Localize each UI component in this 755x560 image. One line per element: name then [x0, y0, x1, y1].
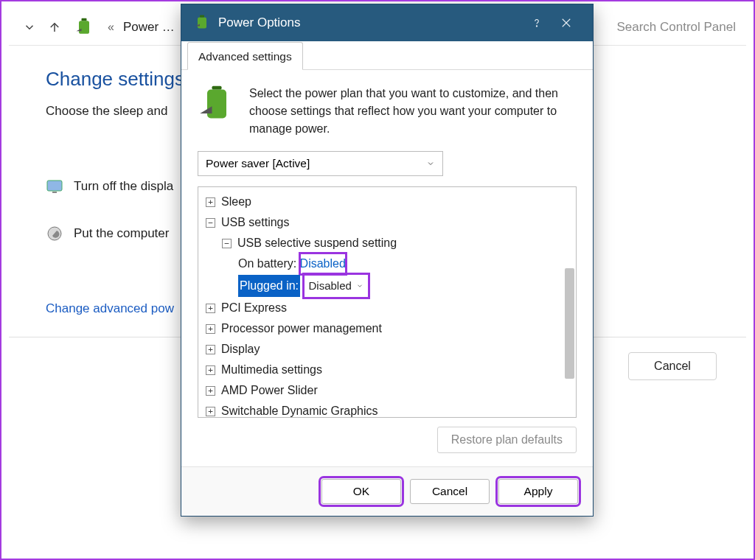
power-icon: [74, 17, 94, 38]
ok-button[interactable]: OK: [321, 479, 401, 504]
settings-tree[interactable]: +Sleep −USB settings −USB selective susp…: [198, 186, 577, 418]
tree-item-amd-power-slider[interactable]: +AMD Power Slider: [201, 380, 573, 401]
collapse-icon[interactable]: −: [206, 218, 215, 228]
svg-rect-1: [79, 21, 89, 34]
tree-scrollbar[interactable]: [565, 268, 574, 379]
cancel-button-background[interactable]: Cancel: [628, 352, 717, 380]
expand-icon[interactable]: +: [206, 304, 215, 313]
plugged-in-label: Plugged in:: [238, 275, 300, 297]
svg-rect-7: [200, 15, 204, 18]
tree-item-usb-selective-suspend[interactable]: −USB selective suspend setting: [201, 233, 573, 253]
row-label: Put the computer: [74, 226, 169, 241]
tree-item-pci-express[interactable]: +PCI Express: [201, 298, 573, 318]
sleep-icon: [46, 225, 63, 242]
chevron-down-icon: [426, 159, 435, 168]
plugged-in-combo[interactable]: Disabled: [304, 274, 369, 298]
plugged-in-value: Disabled: [309, 276, 352, 296]
breadcrumb-separator: «: [108, 21, 114, 34]
expand-icon[interactable]: +: [206, 345, 215, 354]
expand-icon[interactable]: +: [206, 324, 215, 334]
power-options-dialog: Power Options Advanced settings Select t…: [181, 4, 594, 517]
svg-rect-4: [52, 192, 57, 193]
search-input[interactable]: Search Control Panel: [616, 20, 736, 35]
svg-rect-12: [212, 86, 222, 90]
power-icon: [193, 14, 211, 32]
tree-item-usb-settings[interactable]: −USB settings: [201, 212, 573, 233]
power-plan-combo[interactable]: Power saver [Active]: [198, 151, 443, 176]
on-battery-value[interactable]: Disabled: [300, 257, 346, 270]
expand-icon[interactable]: +: [206, 365, 215, 375]
tree-item-display[interactable]: +Display: [201, 339, 573, 360]
power-plan-value: Power saver [Active]: [206, 157, 310, 170]
apply-button[interactable]: Apply: [498, 479, 578, 504]
expand-icon[interactable]: +: [206, 407, 215, 416]
tab-advanced-settings[interactable]: Advanced settings: [187, 42, 303, 70]
tree-item-sleep[interactable]: +Sleep: [201, 192, 573, 212]
help-button[interactable]: [522, 8, 552, 38]
expand-icon[interactable]: +: [206, 386, 215, 396]
help-icon: [530, 16, 543, 29]
svg-rect-6: [198, 18, 206, 29]
dialog-content: Select the power plan that you want to c…: [181, 70, 593, 466]
dialog-tabstrip: Advanced settings: [181, 41, 593, 70]
svg-point-8: [536, 26, 537, 27]
chevron-down-icon: [23, 21, 36, 34]
dialog-button-row: OK Cancel Apply: [181, 466, 593, 516]
power-icon-large: [198, 85, 236, 123]
collapse-icon[interactable]: −: [222, 239, 232, 248]
cancel-button[interactable]: Cancel: [410, 479, 490, 504]
up-button[interactable]: [44, 17, 65, 38]
breadcrumb[interactable]: Power …: [123, 20, 175, 35]
chevron-down-icon: [356, 282, 363, 290]
dialog-title: Power Options: [218, 15, 522, 30]
expand-icon[interactable]: +: [206, 197, 215, 207]
tree-item-on-battery[interactable]: On battery: Disabled: [201, 253, 573, 274]
svg-rect-2: [82, 18, 87, 21]
close-button[interactable]: [552, 8, 581, 38]
tree-item-processor-power[interactable]: +Processor power management: [201, 318, 573, 339]
dialog-titlebar[interactable]: Power Options: [181, 4, 593, 41]
tree-item-plugged-in[interactable]: Plugged in: Disabled: [201, 274, 573, 298]
tree-item-switchable-graphics[interactable]: +Switchable Dynamic Graphics: [201, 401, 573, 418]
link-advanced-power[interactable]: Change advanced pow: [46, 301, 174, 316]
tree-item-multimedia[interactable]: +Multimedia settings: [201, 360, 573, 380]
svg-rect-3: [47, 181, 62, 191]
arrow-up-icon: [48, 21, 61, 34]
close-icon: [560, 16, 573, 29]
monitor-icon: [46, 178, 63, 195]
restore-defaults-button[interactable]: Restore plan defaults: [437, 427, 577, 453]
row-label: Turn off the displa: [74, 179, 173, 194]
back-button[interactable]: [19, 17, 40, 38]
svg-rect-11: [207, 90, 226, 119]
dialog-description: Select the power plan that you want to c…: [249, 85, 577, 138]
